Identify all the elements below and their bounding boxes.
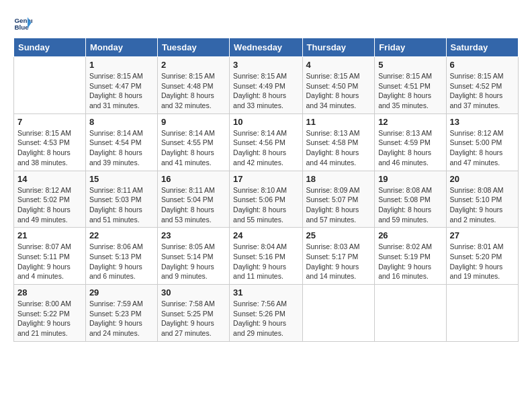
day-header-saturday: Saturday: [446, 38, 518, 57]
day-detail: Sunrise: 8:14 AM Sunset: 4:55 PM Dayligh…: [161, 128, 226, 168]
day-detail: Sunrise: 8:01 AM Sunset: 5:20 PM Dayligh…: [450, 242, 515, 281]
day-number: 13: [450, 117, 515, 127]
day-detail: Sunrise: 8:13 AM Sunset: 4:58 PM Dayligh…: [306, 128, 371, 168]
day-number: 25: [306, 230, 371, 240]
day-detail: Sunrise: 8:15 AM Sunset: 4:47 PM Dayligh…: [89, 71, 154, 111]
day-number: 20: [450, 174, 515, 184]
calendar-cell: 16Sunrise: 8:11 AM Sunset: 5:04 PM Dayli…: [157, 171, 229, 228]
calendar-cell: 18Sunrise: 8:09 AM Sunset: 5:07 PM Dayli…: [302, 171, 375, 228]
day-detail: Sunrise: 8:12 AM Sunset: 5:02 PM Dayligh…: [17, 185, 82, 225]
calendar-cell: 8Sunrise: 8:14 AM Sunset: 4:54 PM Daylig…: [85, 113, 157, 171]
day-detail: Sunrise: 8:09 AM Sunset: 5:07 PM Dayligh…: [306, 185, 371, 225]
day-detail: Sunrise: 8:04 AM Sunset: 5:16 PM Dayligh…: [233, 242, 298, 281]
calendar-cell: 3Sunrise: 8:15 AM Sunset: 4:49 PM Daylig…: [230, 57, 302, 114]
calendar-cell: 21Sunrise: 8:07 AM Sunset: 5:11 PM Dayli…: [14, 228, 86, 285]
calendar-cell: 26Sunrise: 8:02 AM Sunset: 5:19 PM Dayli…: [375, 228, 446, 285]
logo-icon: General Blue: [13, 13, 32, 32]
calendar-cell: 12Sunrise: 8:13 AM Sunset: 4:59 PM Dayli…: [375, 113, 446, 171]
day-number: 10: [233, 117, 298, 127]
day-detail: Sunrise: 8:02 AM Sunset: 5:19 PM Dayligh…: [378, 242, 442, 281]
calendar-header-row: SundayMondayTuesdayWednesdayThursdayFrid…: [14, 38, 519, 57]
day-number: 5: [378, 60, 442, 70]
day-number: 4: [306, 60, 371, 70]
day-number: 29: [89, 287, 154, 298]
day-header-sunday: Sunday: [14, 38, 86, 57]
calendar-cell: 17Sunrise: 8:10 AM Sunset: 5:06 PM Dayli…: [230, 171, 302, 228]
day-number: 11: [306, 117, 371, 127]
day-header-wednesday: Wednesday: [230, 38, 302, 57]
day-header-thursday: Thursday: [302, 38, 375, 57]
day-number: 9: [161, 117, 226, 127]
calendar-cell: 30Sunrise: 7:58 AM Sunset: 5:25 PM Dayli…: [157, 285, 229, 342]
day-number: 7: [17, 117, 82, 127]
calendar-cell: 10Sunrise: 8:14 AM Sunset: 4:56 PM Dayli…: [230, 113, 302, 171]
calendar-cell: 15Sunrise: 8:11 AM Sunset: 5:03 PM Dayli…: [85, 171, 157, 228]
day-detail: Sunrise: 8:11 AM Sunset: 5:04 PM Dayligh…: [161, 185, 226, 225]
calendar-week-5: 28Sunrise: 8:00 AM Sunset: 5:22 PM Dayli…: [14, 285, 519, 342]
day-number: 17: [233, 174, 298, 184]
calendar-cell: 27Sunrise: 8:01 AM Sunset: 5:20 PM Dayli…: [446, 228, 518, 285]
day-detail: Sunrise: 7:59 AM Sunset: 5:23 PM Dayligh…: [89, 299, 154, 338]
day-number: 28: [17, 287, 82, 298]
calendar-cell: 25Sunrise: 8:03 AM Sunset: 5:17 PM Dayli…: [302, 228, 375, 285]
svg-text:Blue: Blue: [14, 24, 29, 31]
day-detail: Sunrise: 8:08 AM Sunset: 5:08 PM Dayligh…: [378, 185, 442, 225]
calendar-cell: 19Sunrise: 8:08 AM Sunset: 5:08 PM Dayli…: [375, 171, 446, 228]
day-number: 8: [89, 117, 154, 127]
day-number: 26: [378, 230, 442, 240]
calendar-cell: 22Sunrise: 8:06 AM Sunset: 5:13 PM Dayli…: [85, 228, 157, 285]
day-header-tuesday: Tuesday: [157, 38, 229, 57]
calendar-table: SundayMondayTuesdayWednesdayThursdayFrid…: [13, 38, 519, 342]
calendar-cell: [302, 285, 375, 342]
calendar-cell: 28Sunrise: 8:00 AM Sunset: 5:22 PM Dayli…: [14, 285, 86, 342]
day-number: 31: [233, 287, 298, 298]
calendar-week-3: 14Sunrise: 8:12 AM Sunset: 5:02 PM Dayli…: [14, 171, 519, 228]
day-detail: Sunrise: 8:14 AM Sunset: 4:54 PM Dayligh…: [89, 128, 154, 168]
calendar-cell: [14, 57, 86, 114]
day-number: 16: [161, 174, 226, 184]
day-number: 15: [89, 174, 154, 184]
calendar-cell: [375, 285, 446, 342]
day-detail: Sunrise: 8:15 AM Sunset: 4:49 PM Dayligh…: [233, 71, 298, 111]
calendar-cell: 23Sunrise: 8:05 AM Sunset: 5:14 PM Dayli…: [157, 228, 229, 285]
logo: General Blue: [13, 13, 35, 32]
calendar-cell: 13Sunrise: 8:12 AM Sunset: 5:00 PM Dayli…: [446, 113, 518, 171]
calendar-week-1: 1Sunrise: 8:15 AM Sunset: 4:47 PM Daylig…: [14, 57, 519, 114]
calendar-cell: 7Sunrise: 8:15 AM Sunset: 4:53 PM Daylig…: [14, 113, 86, 171]
day-detail: Sunrise: 8:10 AM Sunset: 5:06 PM Dayligh…: [233, 185, 298, 225]
day-detail: Sunrise: 8:07 AM Sunset: 5:11 PM Dayligh…: [17, 242, 82, 281]
calendar-cell: 20Sunrise: 8:08 AM Sunset: 5:10 PM Dayli…: [446, 171, 518, 228]
calendar-cell: 29Sunrise: 7:59 AM Sunset: 5:23 PM Dayli…: [85, 285, 157, 342]
day-detail: Sunrise: 7:56 AM Sunset: 5:26 PM Dayligh…: [233, 299, 298, 338]
calendar-cell: 11Sunrise: 8:13 AM Sunset: 4:58 PM Dayli…: [302, 113, 375, 171]
day-detail: Sunrise: 8:15 AM Sunset: 4:50 PM Dayligh…: [306, 71, 371, 111]
day-detail: Sunrise: 8:00 AM Sunset: 5:22 PM Dayligh…: [17, 299, 82, 338]
day-detail: Sunrise: 7:58 AM Sunset: 5:25 PM Dayligh…: [161, 299, 226, 338]
day-number: 23: [161, 230, 226, 240]
day-detail: Sunrise: 8:15 AM Sunset: 4:48 PM Dayligh…: [161, 71, 226, 111]
day-detail: Sunrise: 8:06 AM Sunset: 5:13 PM Dayligh…: [89, 242, 154, 281]
page-header: General Blue: [13, 13, 519, 32]
day-number: 2: [161, 60, 226, 70]
calendar-cell: 1Sunrise: 8:15 AM Sunset: 4:47 PM Daylig…: [85, 57, 157, 114]
day-number: 24: [233, 230, 298, 240]
day-number: 14: [17, 174, 82, 184]
day-detail: Sunrise: 8:15 AM Sunset: 4:53 PM Dayligh…: [17, 128, 82, 168]
day-detail: Sunrise: 8:14 AM Sunset: 4:56 PM Dayligh…: [233, 128, 298, 168]
calendar-body: 1Sunrise: 8:15 AM Sunset: 4:47 PM Daylig…: [14, 57, 519, 342]
day-number: 22: [89, 230, 154, 240]
day-detail: Sunrise: 8:05 AM Sunset: 5:14 PM Dayligh…: [161, 242, 226, 281]
calendar-cell: 14Sunrise: 8:12 AM Sunset: 5:02 PM Dayli…: [14, 171, 86, 228]
day-detail: Sunrise: 8:11 AM Sunset: 5:03 PM Dayligh…: [89, 185, 154, 225]
day-number: 12: [378, 117, 442, 127]
day-number: 19: [378, 174, 442, 184]
calendar-cell: 4Sunrise: 8:15 AM Sunset: 4:50 PM Daylig…: [302, 57, 375, 114]
day-number: 3: [233, 60, 298, 70]
day-number: 21: [17, 230, 82, 240]
calendar-cell: 24Sunrise: 8:04 AM Sunset: 5:16 PM Dayli…: [230, 228, 302, 285]
calendar-cell: 2Sunrise: 8:15 AM Sunset: 4:48 PM Daylig…: [157, 57, 229, 114]
calendar-cell: 6Sunrise: 8:15 AM Sunset: 4:52 PM Daylig…: [446, 57, 518, 114]
day-number: 27: [450, 230, 515, 240]
day-detail: Sunrise: 8:15 AM Sunset: 4:51 PM Dayligh…: [378, 71, 442, 111]
day-detail: Sunrise: 8:12 AM Sunset: 5:00 PM Dayligh…: [450, 128, 515, 168]
